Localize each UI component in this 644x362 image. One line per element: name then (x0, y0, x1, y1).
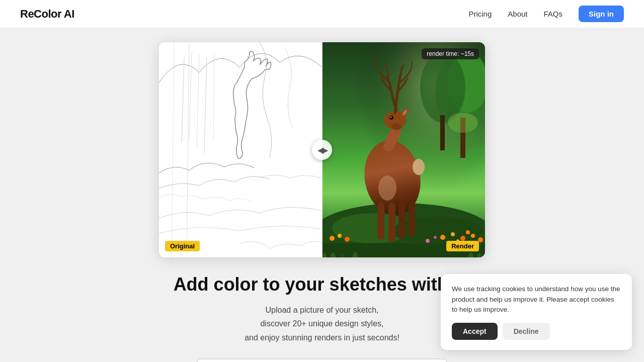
svg-rect-36 (377, 202, 384, 240)
svg-point-40 (413, 159, 425, 175)
svg-rect-14 (440, 115, 445, 150)
nav-links: Pricing About FAQs Sign in (468, 6, 624, 22)
accept-cookie-button[interactable]: Accept (452, 323, 498, 340)
svg-rect-37 (388, 203, 395, 242)
decline-cookie-button[interactable]: Decline (503, 323, 550, 340)
svg-point-25 (471, 234, 475, 238)
original-side (159, 42, 322, 257)
nav-faqs[interactable]: FAQs (543, 10, 562, 18)
upload-row: 📁 Upload a sketch (10, 358, 634, 362)
svg-point-28 (466, 230, 470, 234)
hero-title: Add color to your sketches with AI (174, 274, 471, 295)
svg-point-20 (338, 234, 342, 238)
cookie-message: We use tracking cookies to understand ho… (452, 284, 621, 315)
drag-arrows-icon: ◀▶ (317, 145, 327, 155)
brand-logo: ReColor AI (20, 8, 74, 21)
upload-button[interactable]: 📁 Upload a sketch (196, 358, 448, 362)
svg-point-30 (434, 236, 437, 239)
hero-subtitle: Upload a picture of your sketch, discove… (245, 303, 399, 344)
hero-subtitle-line1: Upload a picture of your sketch, (265, 306, 378, 314)
render-time-badge: render time: ~15s (422, 48, 479, 59)
image-comparison: render time: ~15s (159, 42, 485, 257)
svg-point-29 (426, 239, 430, 243)
label-render: Render (446, 241, 479, 251)
svg-rect-38 (398, 202, 405, 238)
svg-point-33 (391, 123, 401, 130)
nav-about[interactable]: About (508, 10, 527, 18)
label-original: Original (165, 241, 200, 251)
cookie-banner: We use tracking cookies to understand ho… (441, 274, 632, 350)
hero-subtitle-line2: discover 20+ unique design styles, (260, 319, 383, 328)
svg-point-19 (330, 236, 335, 241)
svg-point-13 (420, 52, 465, 123)
svg-rect-39 (409, 201, 415, 236)
sketch-illustration (159, 42, 322, 257)
svg-point-24 (460, 236, 465, 241)
nav-pricing[interactable]: Pricing (468, 10, 492, 18)
svg-point-22 (440, 235, 445, 240)
svg-point-35 (390, 117, 392, 118)
hero-subtitle-line3: and enjoy stunning renders in just secon… (245, 333, 399, 342)
svg-point-23 (451, 232, 455, 236)
svg-point-21 (345, 237, 350, 242)
svg-point-15 (448, 113, 478, 133)
cookie-buttons: Accept Decline (452, 323, 621, 340)
sign-in-button[interactable]: Sign in (579, 6, 624, 22)
svg-point-41 (378, 175, 396, 201)
render-side (322, 42, 485, 257)
render-illustration (322, 42, 485, 257)
drag-handle[interactable]: ◀▶ (312, 140, 332, 160)
navbar: ReColor AI Pricing About FAQs Sign in (0, 0, 644, 28)
